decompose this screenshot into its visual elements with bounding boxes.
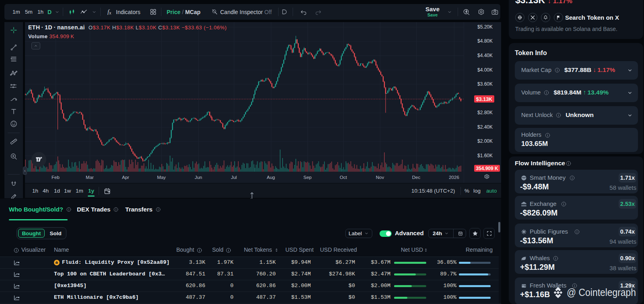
svg-text:$4.40K: $4.40K [477, 53, 493, 58]
svg-text:$2.00K: $2.00K [477, 138, 493, 144]
svg-text:Feb: Feb [52, 175, 60, 180]
svg-text:$4.80K: $4.80K [477, 38, 493, 44]
svg-text:$2.40K: $2.40K [477, 124, 493, 130]
svg-text:$4.00K: $4.00K [477, 67, 493, 73]
svg-text:Sep: Sep [303, 175, 312, 180]
svg-text:Jul: Jul [231, 175, 237, 180]
svg-text:$3.60K: $3.60K [477, 81, 493, 87]
svg-text:$5.20K: $5.20K [477, 24, 493, 30]
svg-text:$3.13K: $3.13K [476, 97, 492, 102]
svg-text:$1.60K: $1.60K [477, 153, 493, 158]
svg-text:Apr: Apr [122, 175, 129, 180]
svg-text:Dec: Dec [412, 175, 421, 180]
svg-text:354.909 K: 354.909 K [476, 166, 498, 171]
svg-text:May: May [157, 175, 166, 180]
svg-text:Aug: Aug [267, 175, 275, 180]
svg-text:Jun: Jun [195, 175, 202, 180]
svg-text:$2.80K: $2.80K [477, 110, 493, 115]
svg-text:2026: 2026 [449, 175, 459, 180]
svg-text:Mar: Mar [86, 175, 94, 180]
svg-text:Nov: Nov [376, 175, 384, 180]
svg-text:Oct: Oct [340, 175, 347, 180]
